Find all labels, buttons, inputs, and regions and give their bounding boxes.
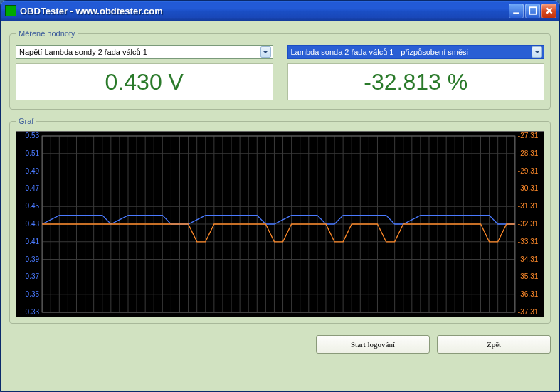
chevron-down-icon: [532, 46, 542, 58]
svg-text:-35.31: -35.31: [518, 272, 539, 280]
right-dropdown[interactable]: Lambda sonda 2 řada válců 1 - přizpůsobe…: [287, 45, 545, 59]
chart-canvas: 0.33-37.310.35-36.310.37-35.310.39-34.31…: [16, 132, 544, 317]
maximize-button[interactable]: [525, 4, 540, 18]
svg-text:0.45: 0.45: [26, 202, 40, 210]
start-logging-button[interactable]: Start logování: [316, 335, 430, 354]
svg-text:-32.31: -32.31: [518, 220, 539, 228]
svg-text:0.39: 0.39: [26, 255, 40, 263]
close-button[interactable]: [541, 4, 556, 18]
svg-text:-27.31: -27.31: [518, 132, 539, 139]
svg-text:-37.31: -37.31: [518, 308, 539, 316]
graph-group: Graf 0.33-37.310.35-36.310.37-35.310.39-…: [9, 117, 551, 324]
svg-text:0.37: 0.37: [26, 272, 40, 280]
svg-text:-29.31: -29.31: [518, 167, 539, 175]
titlebar[interactable]: OBDTester - www.obdtester.com: [1, 1, 559, 21]
chevron-down-icon: [260, 46, 271, 58]
measured-values-group: Měřené hodnoty Napětí Lambda sondy 2 řad…: [9, 29, 551, 110]
left-dropdown[interactable]: Napětí Lambda sondy 2 řada válců 1: [16, 45, 273, 59]
minimize-button[interactable]: [509, 4, 524, 18]
app-window: OBDTester - www.obdtester.com Měřené hod…: [0, 0, 560, 392]
app-icon: [5, 5, 16, 16]
graph-legend: Graf: [16, 117, 36, 125]
left-dropdown-text: Napětí Lambda sondy 2 řada válců 1: [19, 48, 260, 56]
svg-rect-0: [513, 12, 519, 14]
svg-text:0.51: 0.51: [26, 149, 40, 157]
client-area: Měřené hodnoty Napětí Lambda sondy 2 řad…: [1, 21, 559, 391]
svg-text:-28.31: -28.31: [518, 149, 539, 157]
svg-text:-30.31: -30.31: [518, 184, 539, 192]
right-dropdown-text: Lambda sonda 2 řada válců 1 - přizpůsobe…: [291, 48, 532, 56]
measured-values-legend: Měřené hodnoty: [16, 29, 78, 38]
svg-text:-36.31: -36.31: [518, 290, 539, 298]
svg-text:-34.31: -34.31: [518, 255, 539, 263]
svg-text:0.53: 0.53: [26, 132, 40, 139]
chart-area: 0.33-37.310.35-36.310.37-35.310.39-34.31…: [16, 131, 544, 317]
svg-text:0.41: 0.41: [26, 238, 40, 245]
left-value-display: 0.430 V: [16, 63, 273, 100]
svg-text:0.33: 0.33: [26, 308, 40, 316]
window-title: OBDTester - www.obdtester.com: [20, 6, 509, 16]
svg-text:0.35: 0.35: [26, 290, 40, 298]
svg-rect-1: [529, 7, 537, 14]
svg-text:0.49: 0.49: [26, 167, 40, 175]
svg-text:0.43: 0.43: [26, 220, 40, 228]
svg-text:-31.31: -31.31: [518, 202, 539, 210]
back-button[interactable]: Zpět: [437, 335, 551, 354]
svg-text:-33.31: -33.31: [518, 238, 539, 245]
svg-text:0.47: 0.47: [26, 184, 40, 192]
right-value-display: -32.813 %: [287, 63, 545, 100]
